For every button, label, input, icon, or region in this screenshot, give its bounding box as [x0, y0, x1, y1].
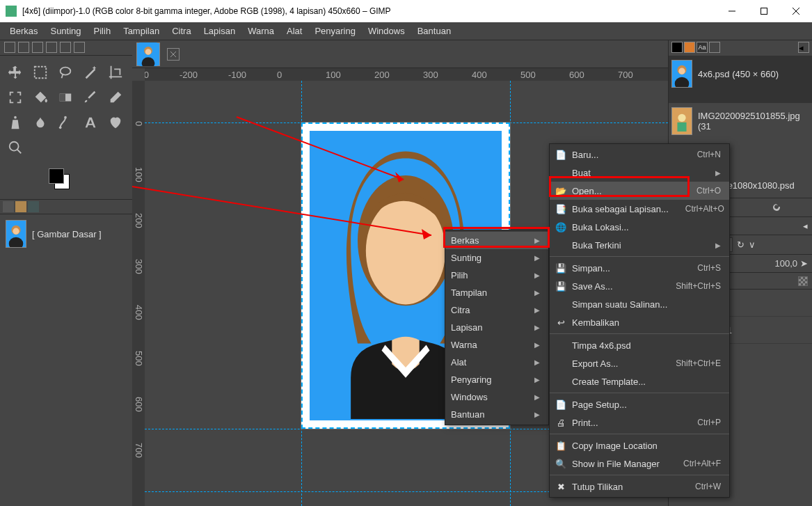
ruler-horizontal: -300-200-1000100200300400500600700	[145, 68, 668, 81]
chevron-down-icon[interactable]: ∨	[749, 239, 756, 250]
svg-point-13	[9, 237, 24, 247]
menu-lapisan[interactable]: Lapisan	[198, 24, 241, 38]
menu-item[interactable]: Create Template...	[550, 372, 729, 390]
menu-item[interactable]: Export As...Shift+Ctrl+E	[550, 354, 729, 372]
menu-item-bantuan[interactable]: Bantuan▶	[445, 406, 548, 423]
svg-point-14	[13, 228, 19, 235]
tab-icon[interactable]: Aa	[696, 42, 708, 53]
dock-menu-icon[interactable]: ◂	[799, 218, 812, 234]
tab-icon[interactable]	[684, 42, 695, 53]
layer-list: [ Gambar Dasar ]	[0, 214, 132, 506]
menu-item-sunting[interactable]: Sunting▶	[445, 249, 548, 267]
color-swatches[interactable]	[0, 164, 132, 199]
menu-item-warna[interactable]: Warna▶	[445, 336, 548, 354]
menu-item[interactable]: 📑Buka sebagai Lapisan...Ctrl+Alt+O	[550, 200, 729, 218]
close-tab-icon[interactable]	[167, 48, 180, 61]
crop-tool-icon[interactable]	[104, 61, 127, 84]
menu-item[interactable]: Simpan suatu Salinan...	[550, 295, 729, 313]
menu-pilih[interactable]: Pilih	[88, 24, 117, 38]
menu-item-penyaring[interactable]: Penyaring▶	[445, 371, 548, 388]
tab-icon[interactable]	[15, 201, 26, 212]
menu-item[interactable]: 📋Copy Image Location	[550, 436, 729, 454]
move-tool-icon[interactable]	[4, 61, 26, 84]
menu-item[interactable]: 🖨Print...Ctrl+P	[550, 413, 729, 432]
menu-item-pilih[interactable]: Pilih▶	[445, 267, 548, 284]
menu-penyaring[interactable]: Penyaring	[309, 24, 361, 38]
tab-icon[interactable]	[60, 42, 71, 53]
menu-bantuan[interactable]: Bantuan	[412, 24, 456, 38]
rect-select-tool-icon[interactable]	[29, 61, 51, 84]
zoom-tool-icon[interactable]	[4, 136, 26, 159]
menu-item[interactable]: ↩Kembalikan	[550, 313, 729, 331]
app-icon	[6, 6, 17, 17]
document-tab[interactable]	[136, 42, 160, 66]
tab-icon[interactable]	[4, 42, 15, 53]
menu-item[interactable]: 📄Page Setup...	[550, 395, 729, 413]
menu-item[interactable]: Buat▶	[550, 164, 729, 182]
fg-color-swatch[interactable]	[49, 168, 64, 184]
menu-item[interactable]: 🌐Buka Lokasi...	[550, 218, 729, 236]
menu-sunting[interactable]: Sunting	[45, 24, 86, 38]
minimize-button[interactable]	[716, 0, 748, 22]
close-button[interactable]	[780, 0, 812, 22]
tab-icon[interactable]	[28, 201, 39, 212]
tab-icon[interactable]	[18, 42, 29, 53]
brush-tool-icon[interactable]	[79, 86, 102, 109]
svg-point-10	[10, 142, 19, 151]
tab-icon[interactable]	[32, 42, 43, 53]
svg-point-25	[675, 77, 690, 87]
menu-item[interactable]: 💾Simpan...Ctrl+S	[550, 259, 729, 277]
gradient-tool-icon[interactable]	[54, 86, 77, 109]
reset-icon[interactable]: ↻	[737, 239, 745, 250]
eraser-tool-icon[interactable]	[104, 86, 127, 109]
menu-item-tampilan[interactable]: Tampilan▶	[445, 284, 548, 301]
menu-item[interactable]: 📄Baru...Ctrl+N	[550, 145, 729, 164]
clone-tool-icon[interactable]	[4, 111, 26, 134]
smudge-tool-icon[interactable]	[29, 111, 51, 134]
menu-berkas[interactable]: Berkas	[4, 24, 43, 38]
menu-alat[interactable]: Alat	[281, 24, 308, 38]
transform-tool-icon[interactable]	[4, 86, 26, 109]
dock-menu-icon[interactable]: ◂	[798, 42, 809, 53]
refresh-icon[interactable]	[771, 202, 782, 213]
menu-item-lapisan[interactable]: Lapisan▶	[445, 319, 548, 336]
opacity-value: 100,0	[774, 258, 797, 269]
lasso-tool-icon[interactable]	[54, 61, 77, 84]
menu-item-alat[interactable]: Alat▶	[445, 354, 548, 371]
window-title: [4x6] (diimpor)-1.0 (RGB color 8-bit gam…	[22, 6, 716, 16]
bucket-tool-icon[interactable]	[29, 86, 51, 109]
menu-item[interactable]: 📂Open...Ctrl+O	[550, 182, 729, 200]
menu-tampilan[interactable]: Tampilan	[118, 24, 165, 38]
menu-item[interactable]: 💾Save As...Shift+Ctrl+S	[550, 277, 729, 295]
heal-tool-icon[interactable]	[104, 111, 127, 134]
menu-item[interactable]: Timpa 4x6.psd	[550, 336, 729, 354]
layer-thumb-icon	[6, 220, 26, 248]
menu-warna[interactable]: Warna	[242, 24, 280, 38]
menu-item[interactable]: ✖Tutup TilikanCtrl+W	[550, 477, 729, 496]
svg-point-8	[59, 127, 62, 129]
tab-icon[interactable]	[709, 42, 720, 53]
menu-item-citra[interactable]: Citra▶	[445, 301, 548, 319]
image-thumb-icon	[671, 107, 692, 135]
menu-item-berkas[interactable]: Berkas▶	[445, 232, 548, 249]
wand-tool-icon[interactable]	[79, 61, 102, 84]
layer-item[interactable]: [ Gambar Dasar ]	[3, 217, 129, 251]
text-tool-icon[interactable]	[79, 111, 102, 134]
tab-icon[interactable]	[74, 42, 85, 53]
tab-icon[interactable]	[671, 42, 683, 53]
tool-options-tabs	[0, 40, 132, 56]
image-list-item[interactable]: 4x6.psd (450 × 660)	[669, 56, 812, 103]
maximize-button[interactable]	[748, 0, 780, 22]
menu-windows[interactable]: Windows	[363, 24, 411, 38]
lock-alpha-icon[interactable]	[798, 276, 808, 286]
path-tool-icon[interactable]	[54, 111, 77, 134]
tab-icon[interactable]	[46, 42, 57, 53]
context-menu-berkas: 📄Baru...Ctrl+NBuat▶📂Open...Ctrl+O📑Buka s…	[549, 143, 730, 498]
menu-item-windows[interactable]: Windows▶	[445, 388, 548, 406]
menu-citra[interactable]: Citra	[166, 24, 196, 38]
menu-item[interactable]: Buka Terkini▶	[550, 236, 729, 254]
menu-item[interactable]: 🔍Show in File ManagerCtrl+Alt+F	[550, 454, 729, 473]
svg-rect-7	[60, 94, 65, 102]
tab-icon[interactable]	[3, 201, 14, 212]
layer-label: [ Gambar Dasar ]	[32, 229, 102, 239]
